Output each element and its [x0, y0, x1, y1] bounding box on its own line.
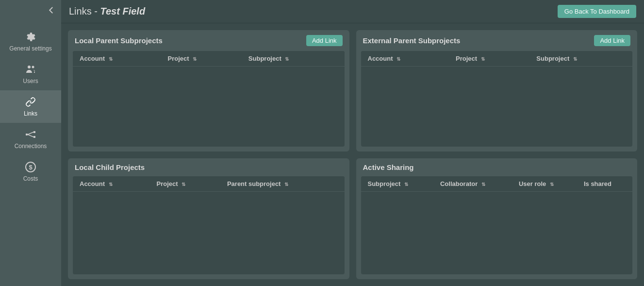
- active-sharing-table-wrapper: Subproject ⇅ Collaborator ⇅ User role ⇅ …: [361, 176, 633, 275]
- col-is-shared[interactable]: Is shared: [577, 176, 632, 192]
- col-subproject[interactable]: Subproject ⇅: [242, 51, 345, 67]
- external-parent-header: External Parent Subprojects Add Link: [356, 30, 638, 51]
- parent-subproject-sort-icon: ⇅: [284, 182, 288, 187]
- local-parent-table: Account ⇅ Project ⇅ Subproject ⇅: [73, 51, 345, 67]
- links-icon: [25, 96, 36, 108]
- page-title: Links - Test Field: [69, 6, 145, 17]
- local-child-table-wrapper: Account ⇅ Project ⇅ Parent subproject ⇅: [73, 176, 345, 275]
- col-account[interactable]: Account ⇅: [73, 176, 150, 192]
- active-sharing-title: Active Sharing: [363, 163, 414, 171]
- external-parent-add-link-button[interactable]: Add Link: [594, 35, 630, 46]
- sidebar-item-label: Connections: [15, 143, 47, 150]
- svg-rect-2: [26, 134, 28, 135]
- local-child-table: Account ⇅ Project ⇅ Parent subproject ⇅: [73, 176, 345, 192]
- sidebar-item-connections[interactable]: Connections: [0, 123, 61, 155]
- local-parent-header: Local Parent Subprojects Add Link: [68, 30, 349, 51]
- content-grid: Local Parent Subprojects Add Link Accoun…: [61, 23, 644, 286]
- col-account[interactable]: Account ⇅: [73, 51, 161, 67]
- project-sort-icon: ⇅: [193, 56, 197, 62]
- header: Links - Test Field Go Back To Dashboard: [61, 0, 644, 23]
- subproject-sort-icon: ⇅: [404, 182, 408, 187]
- sidebar-item-label: Costs: [23, 175, 38, 182]
- local-parent-table-wrapper: Account ⇅ Project ⇅ Subproject ⇅: [73, 51, 345, 147]
- costs-icon: $: [25, 161, 36, 173]
- account-sort-icon: ⇅: [109, 56, 113, 62]
- local-child-projects-panel: Local Child Projects Account ⇅ Project ⇅…: [68, 158, 349, 280]
- svg-point-0: [28, 66, 31, 68]
- active-sharing-header: Active Sharing: [356, 158, 638, 176]
- collaborator-sort-icon: ⇅: [481, 182, 485, 187]
- project-sort-icon: ⇅: [481, 56, 485, 62]
- col-project[interactable]: Project ⇅: [161, 51, 241, 67]
- external-parent-subprojects-panel: External Parent Subprojects Add Link Acc…: [356, 30, 638, 151]
- svg-rect-4: [33, 136, 35, 138]
- go-back-button[interactable]: Go Back To Dashboard: [558, 5, 636, 18]
- main-area: Links - Test Field Go Back To Dashboard …: [61, 0, 644, 286]
- col-user-role[interactable]: User role ⇅: [512, 176, 577, 192]
- account-sort-icon: ⇅: [396, 56, 400, 62]
- user-role-sort-icon: ⇅: [550, 182, 554, 187]
- col-subproject[interactable]: Subproject ⇅: [361, 176, 433, 192]
- subproject-sort-icon: ⇅: [573, 56, 577, 62]
- col-account[interactable]: Account ⇅: [361, 51, 449, 67]
- sidebar: General settings Users Links Connections: [0, 0, 61, 286]
- svg-line-5: [28, 132, 33, 135]
- local-parent-subprojects-panel: Local Parent Subprojects Add Link Accoun…: [68, 30, 349, 151]
- col-collaborator[interactable]: Collaborator ⇅: [433, 176, 512, 192]
- sidebar-item-general-settings[interactable]: General settings: [0, 25, 61, 58]
- external-parent-table-wrapper: Account ⇅ Project ⇅ Subproject ⇅: [361, 51, 633, 147]
- gear-icon: [25, 31, 36, 43]
- local-parent-add-link-button[interactable]: Add Link: [306, 35, 343, 46]
- users-icon: [25, 64, 36, 75]
- active-sharing-table: Subproject ⇅ Collaborator ⇅ User role ⇅ …: [361, 176, 633, 192]
- col-project[interactable]: Project ⇅: [150, 176, 220, 192]
- active-sharing-panel: Active Sharing Subproject ⇅ Collaborator…: [356, 158, 638, 280]
- local-child-title: Local Child Projects: [75, 163, 145, 171]
- account-sort-icon: ⇅: [109, 182, 113, 187]
- subproject-sort-icon: ⇅: [285, 56, 289, 62]
- sidebar-item-label: General settings: [9, 45, 51, 52]
- local-parent-title: Local Parent Subprojects: [75, 36, 163, 45]
- sidebar-item-label: Links: [24, 110, 37, 117]
- svg-rect-3: [33, 131, 35, 133]
- external-parent-table: Account ⇅ Project ⇅ Subproject ⇅: [361, 51, 633, 67]
- svg-text:$: $: [29, 164, 33, 171]
- svg-point-1: [32, 66, 34, 68]
- sidebar-item-costs[interactable]: $ Costs: [0, 155, 61, 188]
- sidebar-item-links[interactable]: Links: [0, 90, 61, 123]
- external-parent-title: External Parent Subprojects: [363, 36, 461, 45]
- connections-icon: [25, 129, 36, 140]
- col-subproject[interactable]: Subproject ⇅: [529, 51, 632, 67]
- sidebar-item-label: Users: [23, 78, 38, 84]
- sidebar-item-users[interactable]: Users: [0, 58, 61, 90]
- col-parent-subproject[interactable]: Parent subproject ⇅: [220, 176, 345, 192]
- local-child-header: Local Child Projects: [68, 158, 349, 176]
- col-project[interactable]: Project ⇅: [449, 51, 529, 67]
- sidebar-toggle[interactable]: [0, 5, 61, 16]
- project-sort-icon: ⇅: [182, 182, 185, 187]
- svg-line-6: [28, 135, 33, 137]
